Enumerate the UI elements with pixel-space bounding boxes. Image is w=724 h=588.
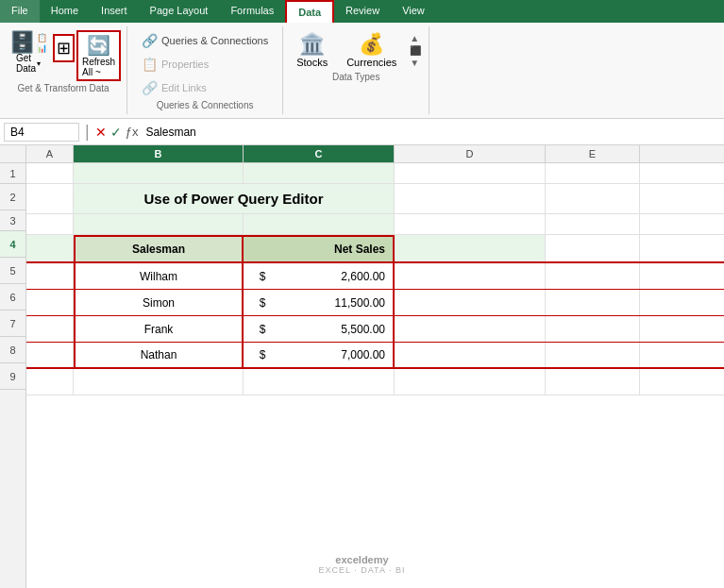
tab-view[interactable]: View (391, 0, 436, 23)
scroll-up-icon[interactable]: ▲ (410, 33, 421, 43)
cell-a1[interactable] (26, 163, 74, 183)
cell-c7-amount[interactable]: 5,500.00 (281, 316, 395, 342)
formula-bar-separator: | (85, 122, 90, 142)
tab-file[interactable]: File (0, 0, 40, 23)
queries-connections-label: Queries & Connections (135, 100, 275, 110)
scroll-down-icon[interactable]: ▼ (410, 58, 421, 68)
cell-d2[interactable] (395, 184, 546, 213)
cell-e5[interactable] (546, 263, 640, 289)
row-num-5: 5 (0, 258, 25, 284)
col-headers-row: A B C D E (0, 145, 724, 163)
cell-a8[interactable] (26, 343, 74, 367)
function-icon[interactable]: ƒx (126, 125, 139, 139)
get-transform-label: Get & Transform Data (17, 83, 109, 93)
cell-e6[interactable] (546, 290, 640, 315)
scroll-mid-icon[interactable]: ⬛ (410, 45, 421, 56)
row-num-2: 2 (0, 184, 25, 210)
cell-c7-dollar[interactable]: $ (244, 316, 281, 342)
grid-row-8: Nathan $ 7,000.00 (26, 343, 724, 369)
cell-b1[interactable] (74, 163, 244, 183)
get-data-button[interactable]: 🗄️ 📋 📊 GetData ▾ (6, 30, 51, 76)
row-num-6: 6 (0, 284, 25, 311)
cell-e7[interactable] (546, 316, 640, 342)
cell-c5-dollar[interactable]: $ (244, 263, 281, 289)
cell-e2[interactable] (546, 184, 640, 213)
refresh-icon: 🔄 (87, 34, 110, 57)
cell-b8[interactable]: Nathan (74, 343, 244, 367)
cell-d4[interactable] (395, 235, 546, 261)
cell-e3[interactable] (546, 214, 640, 234)
cell-c9[interactable] (244, 369, 395, 395)
cancel-icon[interactable]: ✕ (95, 125, 107, 140)
cell-d6[interactable] (395, 290, 546, 315)
cell-d9[interactable] (395, 369, 546, 395)
cell-b5[interactable]: Wilham (74, 263, 244, 289)
tab-home[interactable]: Home (40, 0, 90, 23)
database-icon: 🗄️ (9, 32, 35, 53)
formula-input[interactable]: Salesman (142, 124, 720, 141)
cell-c8-amount[interactable]: 7,000.00 (281, 343, 395, 367)
table-icon: ⊞ (57, 39, 71, 58)
data-types-group: 🏛️ Stocks 💰 Currencies ▲ ⬛ ▼ Data Types (283, 26, 429, 114)
get-data-label: GetData (16, 53, 36, 74)
table-icon-button[interactable]: ⊞ (53, 34, 75, 62)
cell-b6[interactable]: Simon (74, 290, 244, 315)
cell-a6[interactable] (26, 290, 74, 315)
cell-c6-amount[interactable]: 11,500.00 (281, 290, 395, 315)
tab-formulas[interactable]: Formulas (219, 0, 285, 23)
cell-c3[interactable] (244, 214, 395, 234)
currencies-button[interactable]: 💰 Currencies (341, 30, 402, 70)
col-header-c: C (244, 145, 395, 162)
cell-c6-dollar[interactable]: $ (244, 290, 281, 315)
tab-page-layout[interactable]: Page Layout (139, 0, 220, 23)
refresh-all-button[interactable]: 🔄 RefreshAll ~ (76, 30, 121, 81)
cell-c4[interactable]: Net Sales (244, 235, 395, 261)
data-types-label: Data Types (291, 72, 421, 82)
properties-btn[interactable]: 📋 Properties (135, 54, 275, 75)
cell-b3[interactable] (74, 214, 244, 234)
cell-c8-dollar[interactable]: $ (244, 343, 281, 367)
cell-a9[interactable] (26, 369, 74, 395)
cell-b7[interactable]: Frank (74, 316, 244, 342)
cell-b2-merged[interactable]: Use of Power Query Editor (74, 184, 395, 213)
cells-grid: Use of Power Query Editor Salesman N (26, 163, 724, 588)
cell-a3[interactable] (26, 214, 74, 234)
grid-row-5: Wilham $ 2,600.00 (26, 263, 724, 290)
edit-links-icon: 🔗 (142, 80, 158, 95)
cell-d1[interactable] (395, 163, 546, 183)
queries-connections-btn[interactable]: 🔗 Queries & Connections (135, 30, 275, 51)
grid-row-2: Use of Power Query Editor (26, 184, 724, 214)
cell-reference-box[interactable]: B4 (4, 123, 79, 142)
tab-review[interactable]: Review (334, 0, 391, 23)
cell-b4[interactable]: Salesman (74, 235, 244, 261)
cell-e4[interactable] (546, 235, 640, 261)
cell-d5[interactable] (395, 263, 546, 289)
scroll-arrows: ▲ ⬛ ▼ (410, 33, 421, 68)
edit-links-btn[interactable]: 🔗 Edit Links (135, 77, 275, 98)
cell-b9[interactable] (74, 369, 244, 395)
currencies-icon: 💰 (359, 32, 384, 57)
cell-e1[interactable] (546, 163, 640, 183)
stocks-icon: 🏛️ (299, 32, 325, 57)
cell-a4[interactable] (26, 235, 74, 261)
row-numbers: 1 2 3 4 5 6 7 8 9 (0, 163, 26, 588)
get-transform-group: 🗄️ 📋 📊 GetData ▾ ⊞ (0, 26, 127, 114)
cell-d8[interactable] (395, 343, 546, 367)
cell-d3[interactable] (395, 214, 546, 234)
confirm-icon[interactable]: ✓ (110, 125, 122, 140)
row-num-7: 7 (0, 311, 25, 337)
cell-c5-amount[interactable]: 2,600.00 (281, 263, 395, 289)
cell-a2[interactable] (26, 184, 74, 213)
tab-insert[interactable]: Insert (90, 0, 139, 23)
cell-c1[interactable] (244, 163, 395, 183)
cell-a5[interactable] (26, 263, 74, 289)
cell-d7[interactable] (395, 316, 546, 342)
row-num-9: 9 (0, 363, 25, 390)
spreadsheet: A B C D E 1 2 3 4 5 6 7 8 9 (0, 145, 724, 588)
cell-e9[interactable] (546, 369, 640, 395)
ribbon-content: 🗄️ 📋 📊 GetData ▾ ⊞ (0, 23, 724, 119)
cell-a7[interactable] (26, 316, 74, 342)
stocks-button[interactable]: 🏛️ Stocks (291, 30, 333, 70)
tab-data[interactable]: Data (285, 0, 334, 23)
cell-e8[interactable] (546, 343, 640, 367)
